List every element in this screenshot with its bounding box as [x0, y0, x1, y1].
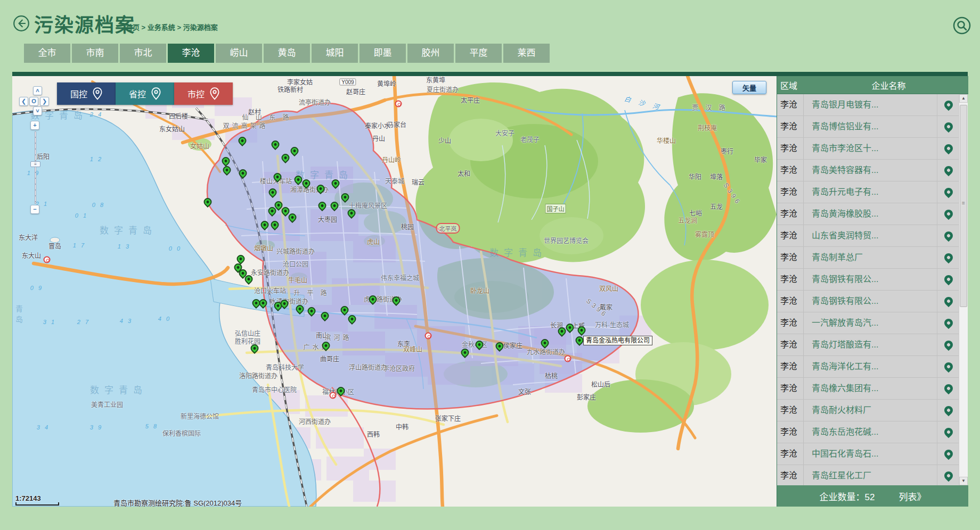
- map-attribution: 青岛市勘察测绘研究院:鲁 SG(2012)034号: [113, 498, 242, 507]
- region-cell: 李沧: [777, 291, 804, 312]
- locate-cell[interactable]: [937, 443, 959, 465]
- pan-down-button[interactable]: ˅: [33, 106, 42, 115]
- legend-label: 国控: [70, 87, 87, 100]
- map-scale: 1:72143: [15, 494, 59, 506]
- locate-cell[interactable]: [937, 225, 959, 246]
- zoom-slider-handle[interactable]: ≡: [30, 161, 40, 167]
- enterprise-row[interactable]: 李沧青岛东岳泡花碱...: [777, 421, 959, 443]
- tab-莱西[interactable]: 莱西: [503, 44, 550, 63]
- scroll-up-icon[interactable]: ▲: [959, 94, 968, 103]
- zoom-out-button[interactable]: −: [30, 205, 39, 214]
- enterprise-row[interactable]: 李沧青岛博信铝业有...: [777, 116, 959, 138]
- locate-cell[interactable]: [937, 312, 959, 334]
- enterprise-row[interactable]: 李沧中国石化青岛石...: [777, 443, 959, 465]
- scale-text: 1:72143: [15, 494, 41, 502]
- pan-right-button[interactable]: ❯: [40, 97, 49, 106]
- enterprise-list: 李沧青岛银月电镀有...李沧青岛博信铝业有...李沧青岛市李沧区十...李沧青岛…: [777, 94, 959, 485]
- enterprise-row[interactable]: 李沧青岛升元电子有...: [777, 181, 959, 203]
- enterprise-row[interactable]: 李沧青岛黄海橡胶股...: [777, 203, 959, 225]
- enterprise-name-cell: 青岛黄海橡胶股...: [804, 203, 937, 225]
- region-cell: 李沧: [777, 465, 804, 485]
- back-icon[interactable]: [13, 15, 30, 32]
- locate-pin-icon[interactable]: [942, 208, 954, 220]
- enterprise-row[interactable]: 李沧青岛钢铁有限公...: [777, 269, 959, 291]
- enterprise-row[interactable]: 李沧青岛灯塔酿造有...: [777, 334, 959, 356]
- enterprise-row[interactable]: 李沧青岛钢铁有限公...: [777, 291, 959, 312]
- scrollbar-thumb[interactable]: [960, 105, 967, 307]
- enterprise-row[interactable]: 李沧青岛制革总厂: [777, 247, 959, 269]
- tab-市南[interactable]: 市南: [72, 44, 118, 63]
- tab-即墨[interactable]: 即墨: [360, 44, 406, 63]
- enterprise-name-cell: 青岛美特容器有...: [804, 160, 937, 181]
- enterprise-row[interactable]: 李沧山东省奥润特贸...: [777, 225, 959, 247]
- locate-cell[interactable]: [937, 269, 959, 290]
- locate-cell[interactable]: [937, 160, 959, 181]
- locate-pin-icon[interactable]: [942, 295, 954, 308]
- locate-cell[interactable]: [937, 181, 959, 203]
- enterprise-row[interactable]: 李沧一汽解放青岛汽...: [777, 312, 959, 334]
- list-link[interactable]: 列表》: [899, 490, 926, 503]
- locate-pin-icon[interactable]: [942, 230, 954, 242]
- locate-cell[interactable]: [937, 247, 959, 268]
- locate-pin-icon[interactable]: [942, 339, 954, 351]
- tab-黄岛[interactable]: 黄岛: [264, 44, 310, 63]
- locate-pin-icon[interactable]: [942, 404, 954, 417]
- legend-button-市控[interactable]: 市控: [174, 82, 233, 105]
- enterprise-name-cell: 青岛升元电子有...: [804, 181, 937, 203]
- locate-cell[interactable]: [937, 356, 959, 377]
- scroll-down-icon[interactable]: ▼: [959, 477, 968, 485]
- tab-李沧[interactable]: 李沧: [168, 44, 214, 63]
- locate-cell[interactable]: [937, 291, 959, 312]
- tab-城阳[interactable]: 城阳: [312, 44, 358, 63]
- enterprise-row[interactable]: 李沧青岛耐火材料厂: [777, 400, 959, 421]
- locate-pin-icon[interactable]: [942, 186, 954, 198]
- locate-pin-icon[interactable]: [942, 164, 954, 177]
- vector-layer-button[interactable]: 矢量: [732, 81, 766, 94]
- search-icon[interactable]: [952, 16, 971, 35]
- region-cell: 李沧: [777, 443, 804, 465]
- locate-cell[interactable]: [937, 203, 959, 225]
- locate-pin-icon[interactable]: [942, 448, 954, 460]
- enterprise-row[interactable]: 李沧青岛海洋化工有...: [777, 356, 959, 378]
- locate-cell[interactable]: [937, 378, 959, 399]
- enterprise-row[interactable]: 李沧青岛橡六集团有...: [777, 378, 959, 400]
- tab-平度[interactable]: 平度: [455, 44, 502, 63]
- locate-cell[interactable]: [937, 465, 959, 485]
- pan-center-button[interactable]: O: [29, 97, 38, 106]
- zoom-in-button[interactable]: +: [30, 121, 39, 130]
- enterprise-name-cell: 青岛市李沧区十...: [804, 138, 937, 159]
- locate-cell[interactable]: [937, 421, 959, 443]
- breadcrumb[interactable]: 首页 > 业务系统 > 污染源档案: [126, 22, 218, 32]
- main-panel: 李家女姑铁路新村潘东赵村赵哥庄黄埠岭东黄埠太平庄马家台秦家小水丹山少山东女姑山西…: [12, 72, 968, 507]
- locate-pin-icon[interactable]: [942, 143, 954, 155]
- locate-cell[interactable]: [937, 334, 959, 355]
- locate-pin-icon[interactable]: [942, 252, 954, 264]
- locate-pin-icon[interactable]: [942, 317, 954, 329]
- tab-崂山[interactable]: 崂山: [216, 44, 262, 63]
- region-cell: 李沧: [777, 356, 804, 377]
- locate-cell[interactable]: [937, 400, 959, 421]
- locate-pin-icon[interactable]: [942, 426, 954, 438]
- locate-pin-icon[interactable]: [942, 361, 954, 373]
- locate-pin-icon[interactable]: [942, 274, 954, 286]
- tab-胶州[interactable]: 胶州: [407, 44, 454, 63]
- scrollbar[interactable]: ▲ ▼: [959, 94, 968, 485]
- locate-cell[interactable]: [937, 94, 959, 115]
- tab-全市[interactable]: 全市: [24, 44, 70, 63]
- legend-button-省控[interactable]: 省控: [116, 82, 174, 105]
- enterprise-row[interactable]: 李沧青岛银月电镀有...: [777, 94, 959, 116]
- locate-pin-icon[interactable]: [942, 99, 954, 111]
- locate-cell[interactable]: [937, 116, 959, 137]
- pan-left-button[interactable]: ❮: [19, 97, 28, 106]
- legend-button-国控[interactable]: 国控: [57, 82, 116, 105]
- locate-pin-icon[interactable]: [942, 470, 954, 482]
- locate-cell[interactable]: [937, 138, 959, 159]
- tab-市北[interactable]: 市北: [120, 44, 166, 63]
- enterprise-row[interactable]: 李沧青岛红星化工厂: [777, 465, 959, 485]
- pan-up-button[interactable]: ˄: [33, 86, 42, 95]
- enterprise-row[interactable]: 李沧青岛美特容器有...: [777, 160, 959, 181]
- locate-pin-icon[interactable]: [942, 383, 954, 395]
- zoom-slider-track[interactable]: [35, 131, 36, 204]
- enterprise-row[interactable]: 李沧青岛市李沧区十...: [777, 138, 959, 160]
- locate-pin-icon[interactable]: [942, 121, 954, 133]
